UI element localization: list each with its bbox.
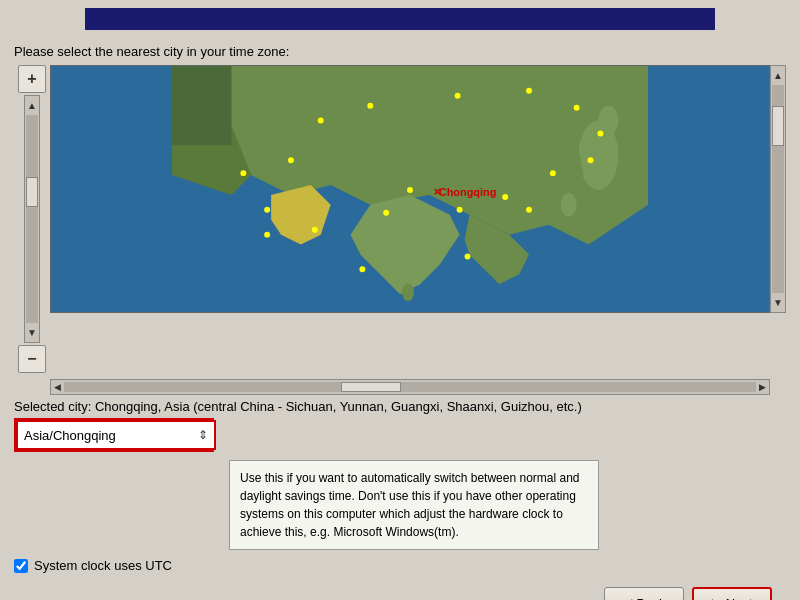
timezone-select[interactable]: Asia/Chongqing Africa/Abidjan America/Ne…: [16, 420, 216, 450]
next-button[interactable]: ▶ Next: [692, 587, 772, 600]
map-area[interactable]: × Chongqing: [50, 65, 770, 313]
svg-point-14: [318, 118, 324, 124]
info-box: Use this if you want to automatically sw…: [229, 460, 599, 550]
next-arrow-icon: ▶: [712, 596, 721, 600]
svg-marker-6: [172, 66, 232, 145]
svg-point-24: [383, 210, 389, 216]
v-scroll-track-right[interactable]: [772, 85, 784, 293]
back-arrow-icon: ◀: [623, 596, 632, 600]
scroll-down-arrow[interactable]: ▼: [25, 325, 39, 340]
bottom-scrollbar-row: ◀ ▶: [50, 379, 770, 395]
selected-city-label: Selected city: Chongqing, Asia (central …: [14, 399, 786, 414]
map-svg[interactable]: × Chongqing: [51, 66, 769, 312]
svg-point-17: [526, 88, 532, 94]
next-button-label: Next: [726, 596, 753, 601]
vertical-scrollbar[interactable]: ▲ ▼: [24, 95, 40, 343]
svg-point-28: [465, 253, 471, 259]
horizontal-scrollbar[interactable]: ◀ ▶: [50, 379, 770, 395]
zoom-controls: + ▲ ▼ −: [14, 65, 50, 373]
svg-point-31: [264, 232, 270, 238]
utc-checkbox-label[interactable]: System clock uses UTC: [34, 558, 172, 573]
right-scrollbar[interactable]: ▲ ▼: [770, 65, 786, 313]
scroll-down-right-arrow[interactable]: ▼: [771, 295, 785, 310]
back-button[interactable]: ◀ Back: [604, 587, 684, 600]
scroll-right-arrow[interactable]: ▶: [756, 382, 769, 392]
svg-point-15: [367, 103, 373, 109]
instruction-label: Please select the nearest city in your t…: [14, 44, 786, 59]
svg-point-11: [402, 283, 414, 301]
h-scroll-thumb[interactable]: [341, 382, 401, 392]
scroll-up-arrow[interactable]: ▲: [25, 98, 39, 113]
svg-point-12: [240, 170, 246, 176]
h-scroll-track[interactable]: [64, 382, 756, 392]
svg-point-13: [288, 157, 294, 163]
info-box-row: Use this if you want to automatically sw…: [14, 460, 786, 550]
back-button-label: Back: [637, 596, 666, 601]
svg-point-16: [455, 93, 461, 99]
button-row: ◀ Back ▶ Next: [14, 583, 786, 600]
svg-point-26: [526, 207, 532, 213]
map-container: + ▲ ▼ −: [14, 65, 786, 373]
utc-checkbox-row: System clock uses UTC: [14, 558, 786, 573]
svg-point-25: [457, 207, 463, 213]
svg-point-23: [407, 187, 413, 193]
svg-point-30: [312, 227, 318, 233]
v-scroll-track[interactable]: [26, 115, 38, 323]
progress-bar: [85, 8, 715, 30]
timezone-dropdown-container: Asia/Chongqing Africa/Abidjan America/Ne…: [14, 418, 786, 452]
scroll-up-right-arrow[interactable]: ▲: [771, 68, 785, 83]
svg-point-22: [502, 194, 508, 200]
utc-checkbox[interactable]: [14, 559, 28, 573]
zoom-in-button[interactable]: +: [18, 65, 46, 93]
timezone-select-wrapper[interactable]: Asia/Chongqing Africa/Abidjan America/Ne…: [14, 418, 214, 452]
svg-point-20: [588, 157, 594, 163]
svg-point-27: [359, 266, 365, 272]
v-scroll-thumb[interactable]: [26, 177, 38, 207]
svg-text:Chongqing: Chongqing: [439, 186, 497, 198]
svg-point-19: [597, 130, 603, 136]
svg-point-29: [264, 207, 270, 213]
svg-point-10: [561, 193, 577, 217]
scroll-left-arrow[interactable]: ◀: [51, 382, 64, 392]
svg-point-18: [574, 105, 580, 111]
svg-point-21: [550, 170, 556, 176]
v-scroll-thumb-right[interactable]: [772, 106, 784, 146]
zoom-out-button[interactable]: −: [18, 345, 46, 373]
